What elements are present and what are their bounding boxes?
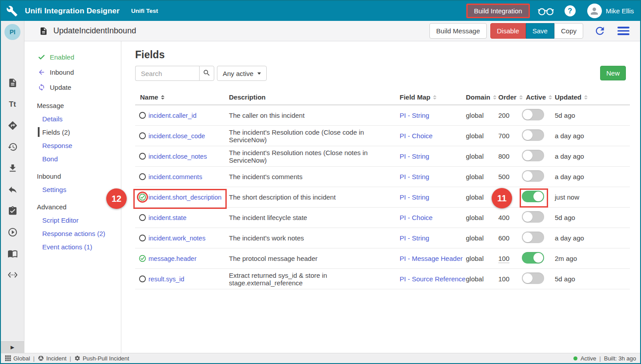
field-name-link[interactable]: incident.short_description — [148, 194, 221, 201]
sidebar-item-bond[interactable]: Bond — [24, 152, 121, 165]
field-name-link[interactable]: incident.close_notes — [148, 153, 207, 160]
field-order[interactable]: 600 — [498, 234, 509, 242]
active-toggle[interactable] — [522, 272, 544, 284]
nav-section-message: Message — [24, 99, 121, 112]
column-header-updated[interactable]: Updated — [555, 93, 630, 101]
field-name-link[interactable]: incident.work_notes — [148, 235, 205, 242]
field-updated: a day ago — [555, 132, 630, 140]
new-button[interactable]: New — [600, 66, 626, 80]
field-order[interactable]: 100 — [498, 275, 509, 283]
active-toggle[interactable] — [522, 129, 544, 141]
document-icon — [39, 27, 48, 36]
sidebar-item-script-editor[interactable]: Script Editor — [24, 213, 121, 227]
code-icon[interactable] — [8, 270, 18, 280]
active-toggle[interactable] — [522, 150, 544, 161]
integration-avatar[interactable]: PI — [4, 24, 20, 40]
user-menu[interactable]: Mike Ellis — [587, 4, 634, 18]
field-map-link[interactable]: PI - Choice — [400, 132, 433, 140]
column-header-domain[interactable]: Domain — [466, 93, 498, 101]
field-map-link[interactable]: PI - String — [400, 234, 429, 242]
sidebar-item-enabled[interactable]: Enabled — [24, 49, 121, 64]
glasses-icon[interactable] — [537, 5, 555, 17]
column-label: Active — [526, 93, 546, 101]
field-name-link[interactable]: incident.close_code — [148, 132, 205, 140]
field-updated: 5d ago — [555, 112, 630, 119]
active-toggle[interactable] — [522, 191, 544, 202]
active-toggle[interactable] — [522, 252, 544, 264]
field-order[interactable]: 800 — [498, 152, 509, 160]
field-description: The caller on this incident — [229, 112, 400, 119]
copy-button[interactable]: Copy — [554, 23, 583, 39]
field-map-link[interactable]: PI - Choice — [400, 214, 433, 221]
field-map-link[interactable]: PI - String — [400, 112, 429, 119]
text-icon[interactable]: Tt — [8, 99, 18, 109]
search-input[interactable] — [135, 66, 199, 81]
field-order[interactable]: 700 — [498, 132, 509, 140]
field-map-link[interactable]: PI - String — [400, 152, 429, 160]
column-header-field-map[interactable]: Field Map — [400, 93, 466, 101]
diamond-arrow-icon[interactable] — [8, 120, 18, 131]
field-updated: a day ago — [555, 173, 630, 180]
sort-icon — [584, 95, 588, 100]
field-description: The incident's Resolution notes (Close n… — [229, 149, 400, 164]
field-description: The incident's work notes — [229, 234, 400, 242]
active-toggle[interactable] — [522, 170, 544, 182]
hamburger-menu-icon[interactable] — [617, 27, 629, 35]
history-icon[interactable] — [8, 142, 18, 152]
built-label: Built: 3h ago — [604, 355, 636, 362]
refresh-icon[interactable] — [594, 25, 606, 37]
field-name-link[interactable]: incident.comments — [148, 173, 202, 180]
sidebar-item-details[interactable]: Details — [24, 112, 121, 125]
active-filter-dropdown[interactable]: Any active — [217, 66, 267, 81]
field-updated: a day ago — [555, 234, 630, 242]
statusbar-process[interactable]: Push-Pull Incident — [74, 355, 129, 362]
build-integration-button[interactable]: Build Integration — [466, 4, 529, 18]
statusbar-app[interactable]: Incident — [38, 355, 67, 362]
download-icon[interactable] — [8, 163, 18, 173]
field-name-link[interactable]: message.header — [148, 255, 196, 262]
sync-icon — [38, 84, 45, 91]
icon-rail: PI Tt ▶ — [1, 21, 24, 353]
undo-icon[interactable] — [8, 184, 18, 195]
play-circle-icon[interactable] — [8, 227, 18, 237]
chevron-down-icon — [257, 72, 261, 75]
sidebar-item-event-actions-1[interactable]: Event actions (1) — [24, 240, 121, 253]
sidebar-item-response-actions-2[interactable]: Response actions (2) — [24, 227, 121, 240]
statusbar-scope[interactable]: Global — [5, 355, 30, 362]
expand-rail-button[interactable]: ▶ — [1, 341, 24, 353]
sidebar-item-response[interactable]: Response — [24, 139, 121, 152]
field-order[interactable]: 500 — [498, 173, 509, 180]
column-header-name[interactable]: Name — [135, 93, 229, 101]
column-label: Name — [140, 93, 158, 101]
column-header-active[interactable]: Active — [522, 93, 555, 101]
field-map-link[interactable]: PI - String — [400, 173, 429, 180]
sidebar-item-fields-2[interactable]: Fields (2) — [24, 125, 121, 139]
book-icon[interactable] — [8, 248, 18, 259]
field-order[interactable]: 400 — [498, 214, 509, 221]
field-name-link[interactable]: incident.caller_id — [148, 112, 196, 119]
sidebar-item-settings[interactable]: Settings — [24, 183, 121, 196]
sidebar-item-update[interactable]: Update — [24, 80, 121, 95]
field-name-link[interactable]: result.sys_id — [148, 276, 184, 283]
document-icon[interactable] — [8, 78, 18, 88]
field-description: Extract returned sys_id & store in stage… — [229, 272, 400, 287]
field-map-link[interactable]: PI - String — [400, 193, 429, 201]
active-toggle[interactable] — [522, 211, 544, 223]
build-message-button[interactable]: Build Message — [429, 23, 486, 39]
field-map-link[interactable]: PI - Message Header — [400, 255, 463, 262]
clipboard-check-icon[interactable] — [8, 206, 18, 216]
search-button[interactable] — [199, 66, 214, 81]
active-toggle[interactable] — [522, 109, 544, 120]
active-toggle[interactable] — [522, 232, 544, 243]
field-map-link[interactable]: PI - Source Reference — [400, 275, 465, 283]
sidebar-item-inbound[interactable]: Inbound — [24, 64, 121, 80]
field-order[interactable]: 100 — [498, 255, 509, 263]
field-order[interactable]: 200 — [498, 112, 509, 119]
workspace-name[interactable]: Unifi Test — [131, 8, 158, 14]
column-header-order[interactable]: Order — [498, 93, 522, 101]
field-name-link[interactable]: incident.state — [148, 214, 186, 221]
disable-button[interactable]: Disable — [490, 23, 526, 39]
save-button[interactable]: Save — [526, 23, 554, 39]
incident-icon — [38, 355, 44, 361]
help-icon[interactable]: ? — [565, 5, 576, 16]
